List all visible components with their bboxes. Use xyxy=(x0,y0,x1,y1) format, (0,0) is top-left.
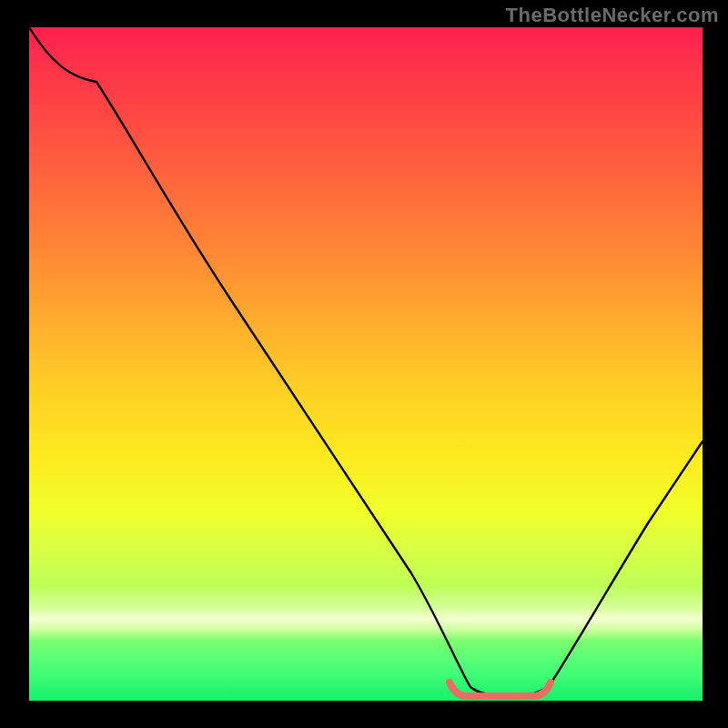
optimal-range-marker xyxy=(450,682,551,696)
chart-frame: TheBottleNecker.com xyxy=(0,0,728,728)
watermark-text: TheBottleNecker.com xyxy=(506,4,719,27)
bottleneck-curve xyxy=(29,27,703,696)
plot-area xyxy=(29,27,703,701)
curve-layer xyxy=(29,27,703,701)
highlight-band xyxy=(29,586,703,641)
